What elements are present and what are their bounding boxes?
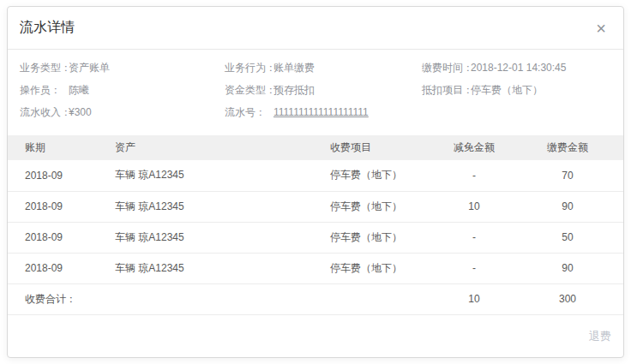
cell-period: 2018-09 (8, 191, 115, 222)
close-icon[interactable]: × (596, 20, 606, 37)
cell-asset: 车辆 琼A12345 (115, 222, 330, 253)
info-label: 抵扣项目： (422, 83, 471, 98)
col-header-reduction: 减免金额 (436, 135, 512, 160)
cell-reduction: 10 (436, 191, 512, 222)
dialog-footer: 退费 (8, 314, 623, 357)
cell-amount: 90 (512, 253, 623, 283)
info-label: 操作员： (20, 83, 69, 98)
cell-asset: 车辆 琼A12345 (115, 253, 330, 283)
info-field-business-action: 业务行为： 账单缴费 (225, 57, 422, 79)
serial-number-link[interactable]: 1111111111111111111 (273, 106, 369, 118)
page-title: 流水详情 (20, 19, 75, 37)
dialog-header: 流水详情 × (8, 7, 623, 50)
info-value: 预存抵扣 (273, 83, 315, 98)
cell-fee-item: 停车费（地下） (330, 253, 436, 283)
info-label: 缴费时间： (422, 61, 471, 75)
cell-period: 2018-09 (8, 222, 115, 253)
col-header-period: 账期 (8, 135, 115, 160)
cell-reduction: - (436, 222, 512, 253)
info-value: 陈曦 (69, 83, 89, 98)
info-field-serial-number: 流水号： 1111111111111111111 (225, 101, 422, 123)
info-field-payment-time: 缴费时间： 2018-12-01 14:30:45 (422, 57, 611, 79)
info-label: 资金类型： (225, 83, 273, 98)
cell-amount: 70 (512, 160, 623, 191)
cell-period: 2018-09 (8, 160, 115, 191)
cell-fee-item: 停车费（地下） (330, 222, 436, 253)
info-field-income: 流水收入： ¥300 (20, 101, 225, 123)
table-row: 2018-09 车辆 琼A12345 停车费（地下） - 90 (8, 253, 623, 283)
info-value: ¥300 (69, 106, 92, 118)
cell-amount: 50 (512, 222, 623, 253)
cell-reduction: - (436, 160, 512, 191)
refund-button[interactable]: 退费 (589, 329, 611, 344)
table-row: 2018-09 车辆 琼A12345 停车费（地下） 10 90 (8, 191, 623, 222)
transaction-table: 账期 资产 收费项目 减免金额 缴费金额 2018-09 车辆 琼A12345 … (8, 135, 623, 314)
info-field-operator: 操作员： 陈曦 (20, 79, 225, 101)
info-value: 2018-12-01 14:30:45 (471, 62, 566, 74)
table-header-row: 账期 资产 收费项目 减免金额 缴费金额 (8, 135, 623, 160)
info-label: 流水号： (225, 105, 273, 120)
info-value: 账单缴费 (273, 61, 315, 75)
total-reduction: 10 (436, 283, 512, 314)
cell-fee-item: 停车费（地下） (330, 160, 436, 191)
info-value: 资产账单 (69, 61, 110, 75)
info-field-business-type: 业务类型： 资产账单 (20, 57, 225, 79)
info-field-fund-type: 资金类型： 预存抵扣 (225, 79, 422, 101)
info-label: 业务行为： (225, 61, 273, 75)
cell-asset: 车辆 琼A12345 (115, 191, 330, 222)
table-row: 2018-09 车辆 琼A12345 停车费（地下） - 50 (8, 222, 623, 253)
cell-asset: 车辆 琼A12345 (115, 160, 330, 191)
info-value: 停车费（地下） (471, 83, 543, 98)
col-header-asset: 资产 (115, 135, 330, 160)
table-total-row: 收费合计： 10 300 (8, 283, 623, 314)
total-amount: 300 (512, 283, 623, 314)
cell-reduction: - (436, 253, 512, 283)
cell-period: 2018-09 (8, 253, 115, 283)
transaction-detail-dialog: 流水详情 × 业务类型： 资产账单 业务行为： 账单缴费 缴费时间： 2018-… (7, 6, 624, 358)
info-label: 流水收入： (20, 105, 69, 120)
info-label: 业务类型： (20, 61, 69, 75)
table-row: 2018-09 车辆 琼A12345 停车费（地下） - 70 (8, 160, 623, 191)
cell-amount: 90 (512, 191, 623, 222)
col-header-fee-item: 收费项目 (330, 135, 436, 160)
cell-fee-item: 停车费（地下） (330, 191, 436, 222)
info-grid: 业务类型： 资产账单 业务行为： 账单缴费 缴费时间： 2018-12-01 1… (8, 50, 623, 128)
info-field-deduction-item: 抵扣项目： 停车费（地下） (422, 79, 611, 101)
col-header-amount: 缴费金额 (512, 135, 623, 160)
total-label: 收费合计： (8, 283, 436, 314)
